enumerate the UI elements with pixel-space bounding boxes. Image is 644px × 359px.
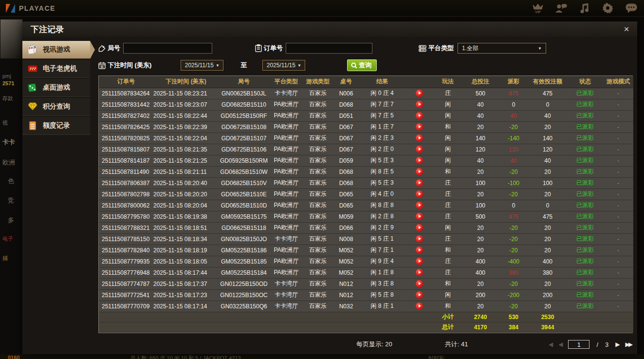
gem-icon bbox=[27, 101, 39, 112]
replay-play-icon[interactable] bbox=[416, 224, 423, 231]
replay-play-icon[interactable] bbox=[416, 258, 423, 265]
table-row: 251115087788321 2025-11-15 08:18:51 GD06… bbox=[99, 222, 633, 233]
replay-play-icon[interactable] bbox=[416, 190, 423, 198]
replay-play-icon[interactable] bbox=[416, 123, 423, 131]
prev-page-icon[interactable]: ◀ bbox=[558, 341, 561, 348]
brand-name: PLAYACE bbox=[19, 4, 55, 12]
date-to-value: 2025/11/15 bbox=[267, 62, 295, 69]
subtotal-valid-bet: 2530 bbox=[528, 312, 567, 322]
order-input[interactable] bbox=[286, 43, 372, 54]
pagination-bar: 每页显示: 20 共计: 41 ◀ ◀ 1 / 3 ▶ ▶▶ bbox=[98, 339, 631, 350]
table-row: 251115087795780 2025-11-15 08:19:38 GM05… bbox=[99, 211, 633, 222]
column-header: 平台类型 bbox=[269, 76, 303, 88]
replay-play-icon[interactable] bbox=[416, 269, 423, 276]
date-from-value: 2025/11/15 bbox=[185, 62, 214, 69]
platform-select[interactable]: 1.全部 ▼ bbox=[458, 43, 546, 54]
platform-value: 1.全部 bbox=[462, 44, 478, 53]
grand-total-label: 共计: 41 bbox=[445, 340, 468, 349]
table-row: 251115087772541 2025-11-15 08:17:23 GN01… bbox=[99, 289, 633, 301]
order-label: 订单号 bbox=[264, 44, 283, 53]
bg-deposit: 存款 bbox=[2, 95, 13, 102]
date-from-select[interactable]: 2025/11/15 ▼ bbox=[181, 60, 223, 71]
menu-item-4[interactable]: 额度记录 bbox=[22, 117, 90, 135]
tag-icon bbox=[98, 45, 106, 52]
table-row: 251115087831442 2025-11-15 08:23:07 GD06… bbox=[99, 99, 633, 110]
replay-play-icon[interactable] bbox=[416, 235, 423, 243]
page-count: 3 bbox=[605, 341, 608, 348]
replay-play-icon[interactable] bbox=[416, 280, 423, 287]
replay-play-icon[interactable] bbox=[416, 112, 423, 119]
avatar bbox=[0, 19, 22, 58]
menu-item-3[interactable]: 积分查询 bbox=[22, 98, 90, 116]
clipboard-icon bbox=[255, 44, 262, 52]
table-row: 251115087811490 2025-11-15 08:21:11 GD06… bbox=[99, 166, 633, 177]
date-to-select[interactable]: 2025/11/15 ▼ bbox=[262, 60, 305, 71]
replay-play-icon[interactable] bbox=[416, 134, 423, 142]
page-input[interactable]: 1 bbox=[568, 340, 589, 349]
table-row: 251115087785150 2025-11-15 08:18:34 GN00… bbox=[99, 233, 633, 245]
query-button[interactable]: 查询 bbox=[347, 59, 377, 71]
replay-play-icon[interactable] bbox=[416, 168, 423, 175]
last-page-icon[interactable]: ▶▶ bbox=[626, 341, 631, 348]
bg-slots: 电子 bbox=[2, 235, 13, 243]
subtotal-total-bet: 2740 bbox=[462, 312, 499, 322]
bg-username: pmj bbox=[2, 73, 11, 79]
table-row: 251115087800062 2025-11-15 08:20:04 GD06… bbox=[99, 200, 633, 211]
svg-text:VIP: VIP bbox=[535, 10, 541, 14]
table-row: 251115087815807 2025-11-15 08:21:35 GD06… bbox=[99, 144, 633, 155]
vip-icon[interactable]: VIP bbox=[532, 2, 544, 14]
brand-logo[interactable]: PLAYACE bbox=[6, 3, 55, 13]
bg-europe: 欧洲 bbox=[2, 158, 15, 167]
bg-jing: 竞 bbox=[8, 196, 14, 205]
doc-icon bbox=[27, 120, 39, 131]
background-sidebar: pmj 2571 存款 视 卡卡 欧洲 色 竞 多 电子 捕 bbox=[0, 17, 22, 354]
replay-play-icon[interactable] bbox=[416, 202, 423, 209]
column-header: 派彩 bbox=[499, 76, 528, 88]
table-row: 251115087774787 2025-11-15 08:17:37 GN01… bbox=[99, 278, 633, 289]
modal-title: 下注记录 bbox=[31, 24, 64, 35]
chevron-down-icon: ▼ bbox=[216, 63, 220, 68]
cards-icon: 9K♥ bbox=[27, 44, 39, 55]
records-table: 订单号下注时间 (美东)局号平台类型游戏类型桌号结果玩法总投注派彩有效投注额状态… bbox=[98, 76, 633, 333]
total-label: 总计 bbox=[434, 322, 462, 332]
dice-icon bbox=[27, 82, 39, 93]
next-page-icon[interactable]: ▶ bbox=[615, 341, 618, 348]
replay-play-icon[interactable] bbox=[416, 157, 423, 164]
replay-play-icon[interactable] bbox=[416, 302, 423, 310]
customer-service-icon[interactable] bbox=[555, 2, 567, 14]
menu-item-2[interactable]: 桌面游戏 bbox=[22, 79, 90, 97]
round-label: 局号 bbox=[108, 44, 120, 53]
query-label: 查询 bbox=[359, 61, 371, 70]
table-row: 251115087826425 2025-11-15 08:22:39 GD06… bbox=[99, 121, 633, 132]
replay-play-icon[interactable] bbox=[416, 291, 423, 299]
round-input[interactable] bbox=[123, 43, 212, 54]
close-icon[interactable]: × bbox=[621, 23, 632, 35]
menu-item-1[interactable]: 777 电子老虎机 bbox=[22, 60, 90, 78]
bg-balance: 2571 bbox=[2, 80, 14, 86]
menu-item-0[interactable]: 9K♥ 视讯游戏 bbox=[22, 41, 90, 59]
replay-play-icon[interactable] bbox=[416, 101, 423, 108]
settings-gear-icon[interactable] bbox=[602, 2, 614, 14]
table-row: 251115087827402 2025-11-15 08:22:44 GD05… bbox=[99, 110, 633, 121]
replay-play-icon[interactable] bbox=[416, 179, 423, 187]
replay-play-icon[interactable] bbox=[416, 213, 423, 220]
table-row: 251115087782840 2025-11-15 08:18:19 GM05… bbox=[99, 245, 633, 256]
playace-logo-icon bbox=[6, 3, 16, 13]
replay-play-icon[interactable] bbox=[416, 246, 423, 254]
column-header: 状态 bbox=[567, 76, 603, 88]
table-row: 251115087802798 2025-11-15 08:20:20 GD06… bbox=[99, 189, 633, 200]
column-header: 有效投注额 bbox=[528, 76, 567, 88]
column-header: 结果 bbox=[360, 76, 405, 88]
order-label-wrap: 订单号 bbox=[255, 44, 283, 53]
chat-bubble-icon[interactable] bbox=[626, 2, 637, 14]
filter-panel: 局号 订单号 平台类型 1.全部 ▼ bbox=[98, 40, 631, 75]
bet-records-modal: 下注记录 × 9K♥ 视讯游戏 777 电子老虎机 桌面游戏 积分查询 bbox=[22, 21, 637, 354]
modal-title-bar: 下注记录 × bbox=[22, 21, 637, 37]
music-icon[interactable] bbox=[579, 2, 590, 14]
first-page-icon[interactable]: ◀ bbox=[549, 341, 552, 348]
bg-bottom-left: 0160 bbox=[8, 355, 19, 359]
total-valid-bet: 3944 bbox=[528, 322, 567, 332]
subtotal-row: 小计 2740 530 2530 bbox=[99, 312, 633, 322]
replay-play-icon[interactable] bbox=[416, 90, 423, 97]
replay-play-icon[interactable] bbox=[416, 146, 423, 153]
